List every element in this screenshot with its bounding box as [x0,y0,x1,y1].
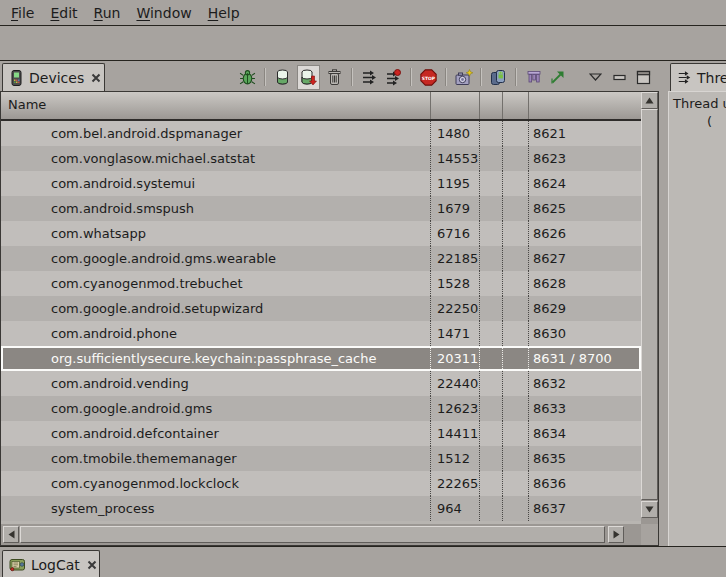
column-divider[interactable] [528,92,529,119]
column-divider-dotted [502,346,503,371]
column-divider-dotted [528,271,529,296]
column-divider-dotted [502,396,503,421]
table-row[interactable]: com.whatsapp 6716 8626 [1,221,641,246]
maximize-icon[interactable] [634,68,653,87]
process-pid: 1195 [437,171,470,196]
table-row[interactable]: com.tmobile.thememanager 1512 8635 [1,446,641,471]
column-divider[interactable] [430,92,431,119]
tab-threads[interactable]: Threads [670,63,726,91]
vertical-scrollbar[interactable] [641,92,658,524]
update-heap-icon[interactable] [273,68,292,87]
table-row[interactable]: com.android.defcontainer 14411 8634 [1,421,641,446]
table-row[interactable]: com.android.systemui 1195 8624 [1,171,641,196]
menu-edit[interactable]: Edit [42,5,85,21]
close-icon[interactable] [91,73,101,83]
tracer-arrow-icon[interactable] [548,68,567,87]
menu-help[interactable]: Help [200,5,248,21]
stop-process-icon[interactable]: STOP [419,68,438,87]
screen-capture-camera-icon[interactable] [454,68,473,87]
column-divider-dotted [430,196,431,221]
process-pid: 1480 [437,121,470,146]
process-pid: 1679 [437,196,470,221]
logcat-tabband: LogCat [0,546,726,577]
toolbar-separator [351,68,353,86]
process-pid: 6716 [437,221,470,246]
column-divider-dotted [479,121,480,146]
process-name: com.android.defcontainer [51,421,219,446]
tab-devices[interactable]: Devices [2,63,105,91]
toolbar-separator [515,68,517,86]
column-divider-dotted [502,121,503,146]
menu-window[interactable]: Window [128,5,199,21]
table-row[interactable]: com.vonglasow.michael.satstat 14553 8623 [1,146,641,171]
process-name: com.tmobile.thememanager [51,446,237,471]
column-divider-dotted [479,321,480,346]
table-row[interactable]: system_process 964 8637 [1,496,641,521]
minimize-icon[interactable] [610,68,629,87]
scroll-down-button[interactable] [641,501,658,518]
process-name: com.google.android.setupwizard [51,296,263,321]
column-divider-dotted [502,146,503,171]
profiling-bars-icon[interactable] [524,68,543,87]
horizontal-scrollbar-thumb[interactable] [20,526,605,543]
scroll-right-button[interactable] [608,526,624,543]
table-row[interactable]: com.android.phone 1471 8630 [1,321,641,346]
process-port: 8626 [533,221,566,246]
toolbar-separator [480,68,482,86]
column-divider-dotted [502,421,503,446]
column-divider-dotted [528,371,529,396]
table-row[interactable]: com.cyanogenmod.lockclock 22265 8636 [1,471,641,496]
process-name: system_process [51,496,154,521]
column-divider-dotted [430,221,431,246]
process-pid: 22185 [437,246,478,271]
process-pid: 22440 [437,371,478,396]
scroll-up-button[interactable] [641,92,658,109]
menu-run[interactable]: Run [86,5,129,21]
table-row[interactable]: com.cyanogenmod.trebuchet 1528 8628 [1,271,641,296]
table-row[interactable]: com.bel.android.dspmanager 1480 8621 [1,121,641,146]
table-header[interactable]: Name [1,92,641,121]
process-name: com.cyanogenmod.lockclock [51,471,239,496]
devices-table: Name com.bel.android.dspmanager 1480 862… [0,91,659,546]
update-threads-icon[interactable] [360,68,379,87]
column-divider-dotted [479,396,480,421]
process-port: 8637 [533,496,566,521]
column-divider-dotted [430,371,431,396]
process-name: com.whatsapp [51,221,146,246]
column-divider[interactable] [479,92,480,119]
toolbar-separator [445,68,447,86]
method-profiling-icon[interactable] [384,68,403,87]
table-row[interactable]: com.google.android.gms.wearable 22185 86… [1,246,641,271]
menu-file[interactable]: File [3,5,42,21]
table-row[interactable]: com.google.android.setupwizard 22250 862… [1,296,641,321]
table-row[interactable]: com.android.smspush 1679 8625 [1,196,641,221]
process-port: 8624 [533,171,566,196]
view-menu-chevron-icon[interactable] [586,68,605,87]
process-port: 8636 [533,471,566,496]
table-row[interactable]: org.sufficientlysecure.keychain:passphra… [1,346,641,371]
column-divider-dotted [528,146,529,171]
table-row[interactable]: com.android.vending 22440 8632 [1,371,641,396]
tab-logcat[interactable]: LogCat [2,550,100,577]
vertical-scrollbar-thumb[interactable] [641,109,658,500]
column-divider-dotted [479,471,480,496]
debug-bug-icon[interactable] [238,68,257,87]
cause-gc-trash-icon[interactable] [325,68,344,87]
threads-message-line1: Thread up [673,96,726,111]
panel-sash[interactable] [659,62,668,546]
column-header-name[interactable]: Name [1,97,46,112]
process-port: 8628 [533,271,566,296]
horizontal-scrollbar[interactable] [1,524,641,545]
dump-hprof-icon[interactable] [297,65,320,90]
process-port: 8623 [533,146,566,171]
scroll-left-button[interactable] [3,526,19,543]
close-icon[interactable] [87,560,97,570]
column-divider[interactable] [502,92,503,119]
phone-stack-icon[interactable] [489,68,508,87]
column-divider-dotted [430,421,431,446]
process-pid: 1528 [437,271,470,296]
column-divider-dotted [528,346,529,371]
column-divider-dotted [502,496,503,521]
process-name: org.sufficientlysecure.keychain:passphra… [51,346,376,371]
table-row[interactable]: com.google.android.gms 12623 8633 [1,396,641,421]
